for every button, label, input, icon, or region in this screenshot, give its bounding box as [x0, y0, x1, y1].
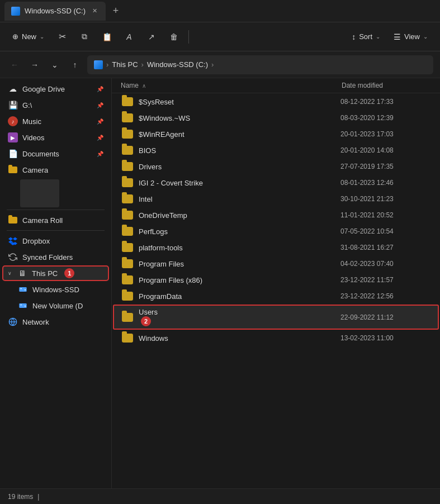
sidebar-label: Music — [22, 117, 41, 126]
title-tab[interactable]: Windows-SSD (C:) ✕ — [4, 2, 106, 21]
folder-icon — [122, 227, 133, 236]
new-button-icon: ⊕ — [12, 32, 18, 41]
sidebar-divider-2 — [7, 230, 105, 231]
down-button[interactable]: ⌄ — [47, 57, 63, 73]
paste-button[interactable]: 📋 — [97, 27, 117, 47]
network-icon — [8, 317, 18, 327]
table-row[interactable]: $SysReset08-12-2022 17:33 — [113, 94, 439, 110]
table-row[interactable]: Users222-09-2022 11:12 — [113, 305, 439, 330]
file-name: Intel — [139, 195, 340, 203]
address-bar: ← → ⌄ ↑ › This PC › Windows-SSD (C:) › — [0, 51, 440, 78]
folder-icon — [122, 275, 133, 284]
folder-icon — [122, 178, 133, 187]
table-row[interactable]: Program Files04-02-2023 07:40 — [113, 256, 439, 272]
cut-icon: ✂ — [59, 31, 66, 42]
delete-button[interactable]: 🗑 — [164, 27, 184, 47]
folder-icon — [122, 194, 133, 203]
sidebar-item-g-drive[interactable]: 💾 G:\ 📌 — [2, 97, 109, 113]
music-icon: ♪ — [8, 116, 18, 126]
pin-icon-music: 📌 — [97, 118, 103, 125]
view-chevron: ⌄ — [423, 34, 428, 40]
view-button[interactable]: ☰ View ⌄ — [388, 29, 433, 45]
table-row[interactable]: platform-tools31-08-2021 16:27 — [113, 240, 439, 255]
folder-icon — [122, 130, 133, 139]
docs-icon: 📄 — [8, 149, 18, 159]
file-date: 08-01-2023 12:46 — [340, 179, 430, 187]
users-badge: 2 — [141, 316, 151, 326]
file-pane: Name ∧ Date modified $SysReset08-12-2022… — [112, 78, 440, 488]
file-name: Program Files (x86) — [139, 276, 340, 284]
down-icon: ⌄ — [51, 60, 58, 69]
file-date: 11-01-2021 20:52 — [340, 211, 430, 219]
dropbox-icon — [8, 236, 18, 246]
windows-ssd-icon — [18, 284, 28, 294]
main-layout: ☁ Google Drive 📌 💾 G:\ 📌 ♪ Music 📌 ▶ Vid… — [0, 78, 440, 488]
cursor-indicator: | — [37, 493, 39, 501]
table-row[interactable]: IGI 2 - Covert Strike08-01-2023 12:46 — [113, 175, 439, 191]
sidebar-item-windows-ssd[interactable]: Windows-SSD — [2, 282, 109, 297]
table-row[interactable]: PerfLogs07-05-2022 10:54 — [113, 224, 439, 239]
table-row[interactable]: $WinREAgent20-01-2023 17:03 — [113, 126, 439, 142]
title-bar: Windows-SSD (C:) ✕ + — [0, 0, 440, 22]
up-button[interactable]: ↑ — [67, 57, 83, 73]
sort-button[interactable]: ↕ Sort ⌄ — [346, 29, 386, 45]
sort-label: Sort — [359, 32, 372, 41]
table-row[interactable]: Program Files (x86)23-12-2022 11:57 — [113, 272, 439, 288]
sidebar-label: Documents — [22, 150, 59, 158]
new-button[interactable]: ⊕ New ⌄ — [7, 29, 50, 44]
rename-button[interactable]: A — [119, 27, 139, 47]
table-row[interactable]: Intel30-10-2021 21:23 — [113, 191, 439, 207]
file-name: $WinREAgent — [139, 130, 340, 139]
cut-button[interactable]: ✂ — [52, 27, 72, 47]
forward-icon: → — [31, 60, 39, 69]
file-name: Drivers — [139, 163, 340, 171]
sidebar-label: Camera Roll — [22, 216, 63, 225]
table-row[interactable]: OneDriveTemp11-01-2021 20:52 — [113, 207, 439, 223]
pc-icon: 🖥 — [17, 268, 27, 278]
sidebar-item-network[interactable]: Network — [2, 314, 109, 330]
sidebar-item-camera[interactable]: Camera — [2, 162, 109, 178]
new-tab-button[interactable]: + — [108, 3, 124, 19]
back-button[interactable]: ← — [7, 57, 22, 73]
sidebar-item-dropbox[interactable]: Dropbox — [2, 233, 109, 249]
sidebar-label: G:\ — [22, 101, 32, 110]
share-icon: ↗ — [148, 32, 155, 41]
file-date: 08-12-2022 17:33 — [340, 98, 430, 106]
sidebar-divider — [7, 210, 105, 210]
sidebar-item-music[interactable]: ♪ Music 📌 — [2, 113, 109, 129]
col-date-label: Date modified — [342, 82, 383, 89]
table-row[interactable]: Windows13-02-2023 11:00 — [113, 330, 439, 346]
copy-button[interactable]: ⧉ — [74, 27, 94, 47]
delete-icon: 🗑 — [170, 32, 178, 41]
folder-icon-camera-roll — [8, 215, 18, 225]
col-name-label: Name — [121, 82, 139, 89]
tab-close-button[interactable]: ✕ — [90, 7, 99, 16]
forward-button[interactable]: → — [27, 57, 42, 73]
file-name: platform-tools — [139, 244, 340, 252]
file-name: IGI 2 - Covert Strike — [139, 179, 340, 187]
sidebar-item-videos[interactable]: ▶ Videos 📌 — [2, 130, 109, 145]
svg-rect-4 — [20, 305, 22, 305]
pin-icon-videos: 📌 — [97, 135, 103, 141]
path-drive: Windows-SSD (C:) — [147, 60, 208, 69]
sidebar-item-google-drive[interactable]: ☁ Google Drive 📌 — [2, 81, 109, 97]
table-row[interactable]: BIOS20-01-2020 14:08 — [113, 142, 439, 158]
folder-icon — [122, 313, 133, 322]
file-name: $Windows.~WS — [139, 114, 340, 122]
sidebar-item-new-volume[interactable]: New Volume (D — [2, 298, 109, 313]
table-row[interactable]: $Windows.~WS08-03-2020 12:39 — [113, 110, 439, 126]
table-row[interactable]: Drivers27-07-2019 17:35 — [113, 159, 439, 174]
sidebar-item-synced-folders[interactable]: Synced Folders — [2, 249, 109, 265]
pin-icon-docs: 📌 — [97, 151, 103, 157]
file-name: Users2 — [139, 308, 340, 326]
col-name-header: Name ∧ — [121, 82, 342, 89]
table-row[interactable]: ProgramData23-12-2022 12:56 — [113, 288, 439, 304]
sidebar-item-camera-roll[interactable]: Camera Roll — [2, 212, 109, 228]
share-button[interactable]: ↗ — [141, 27, 162, 47]
sidebar-item-documents[interactable]: 📄 Documents 📌 — [2, 146, 109, 161]
file-date: 20-01-2023 17:03 — [340, 130, 430, 138]
copy-icon: ⧉ — [82, 32, 87, 41]
file-date: 23-12-2022 12:56 — [340, 292, 430, 300]
sidebar-item-this-pc[interactable]: ∨ 🖥 This PC 1 — [2, 265, 109, 281]
address-path[interactable]: › This PC › Windows-SSD (C:) › — [87, 55, 433, 74]
